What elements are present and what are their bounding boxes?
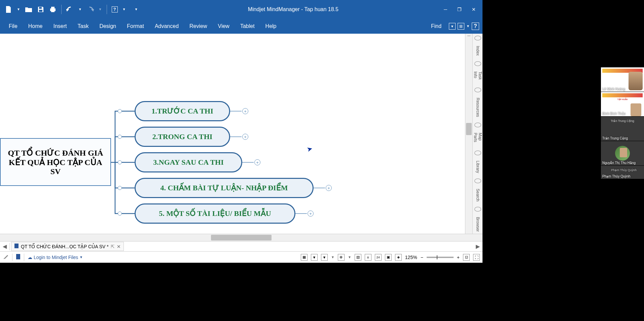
branch-4[interactable]: 4. CHẤM BÀI TỰ LUẬN- NHẬP ĐIỂM bbox=[135, 178, 314, 198]
document-status-icon[interactable] bbox=[16, 254, 21, 261]
participant-tile[interactable]: Trần Trung Cộng Trần Trung Cộng bbox=[601, 117, 644, 141]
qat-customize-icon[interactable]: ▼ bbox=[135, 7, 138, 11]
open-file-icon[interactable] bbox=[25, 6, 32, 13]
dropdown-icon[interactable]: ▼ bbox=[466, 24, 470, 28]
connector-dot[interactable] bbox=[118, 186, 122, 190]
branch-2[interactable]: 2.TRONG CA THI bbox=[135, 127, 230, 147]
panel-browser[interactable]: Browser bbox=[475, 215, 481, 234]
clock-icon[interactable] bbox=[474, 61, 481, 66]
side-panel: Index Task Info Resources Map Parts Libr… bbox=[472, 34, 482, 234]
connector-dot[interactable] bbox=[118, 212, 122, 216]
expand-icon[interactable]: + bbox=[308, 211, 314, 217]
fit-map-icon[interactable]: ⊡ bbox=[463, 254, 470, 261]
dropdown-icon[interactable]: ▼ bbox=[122, 7, 126, 11]
panel-map-parts[interactable]: Map Parts bbox=[472, 131, 483, 147]
branch-5[interactable]: 5. MỘT SỐ TÀI LIỆU/ BIỂU MẪU bbox=[135, 203, 295, 224]
zoom-in-icon[interactable]: + bbox=[457, 255, 460, 260]
menu-view[interactable]: View bbox=[213, 20, 235, 33]
tab-next-icon[interactable]: ▶ bbox=[474, 243, 481, 250]
power-filter-icon[interactable]: ▼ bbox=[321, 254, 328, 261]
print-icon[interactable] bbox=[49, 6, 57, 13]
panel-task-info[interactable]: Task Info bbox=[472, 69, 483, 84]
participant-tile[interactable]: Lê Minh Hoàng bbox=[601, 67, 644, 92]
connector-dot[interactable] bbox=[118, 109, 122, 113]
related-maps-icon[interactable]: ⊞ bbox=[458, 23, 464, 30]
view-slide-icon[interactable]: ▣ bbox=[385, 254, 392, 261]
edit-mode-icon[interactable] bbox=[3, 254, 9, 261]
scrollbar-thumb[interactable] bbox=[466, 123, 472, 135]
menu-file[interactable]: File bbox=[3, 20, 23, 33]
dropdown-icon[interactable]: ▼ bbox=[78, 7, 82, 11]
map-parts-icon[interactable] bbox=[474, 123, 481, 127]
panel-library[interactable]: Library bbox=[475, 159, 481, 175]
view-gantt-icon[interactable]: 24 bbox=[375, 254, 382, 261]
redo-icon[interactable] bbox=[86, 6, 94, 13]
new-file-icon[interactable] bbox=[5, 6, 12, 13]
library-icon[interactable] bbox=[474, 151, 481, 155]
expand-icon[interactable]: + bbox=[242, 134, 248, 140]
tab-overflow-icon[interactable]: ⇱ bbox=[111, 244, 115, 249]
undo-icon[interactable] bbox=[66, 6, 74, 13]
filter-icon[interactable]: ▼ bbox=[311, 254, 318, 261]
view-outline-icon[interactable]: ≡ bbox=[365, 254, 371, 261]
help-icon[interactable]: ? bbox=[472, 23, 479, 30]
person-icon[interactable] bbox=[474, 88, 481, 92]
close-tab-icon[interactable]: ✕ bbox=[117, 244, 121, 249]
dropdown-icon[interactable]: ▼ bbox=[17, 7, 20, 11]
document-tab[interactable]: QT TỔ CHỨC ĐÁNH...ỌC TẬP CỦA SV * ⇱ ✕ bbox=[11, 242, 124, 251]
horizontal-scrollbar[interactable] bbox=[0, 234, 482, 241]
canvas[interactable]: QT TỔ CHỨC ĐÁNH GIÁ KẾT QUẢ HỌC TẬP CỦA … bbox=[0, 34, 465, 234]
index-icon[interactable] bbox=[474, 36, 481, 40]
close-icon[interactable]: ✕ bbox=[472, 7, 476, 12]
tab-prev-icon[interactable]: ◀ bbox=[1, 243, 8, 250]
menu-review[interactable]: Review bbox=[184, 20, 212, 33]
panel-resources[interactable]: Resources bbox=[475, 96, 481, 119]
central-topic[interactable]: QT TỔ CHỨC ĐÁNH GIÁ KẾT QUẢ HỌC TẬP CỦA … bbox=[0, 138, 111, 186]
cloud-icon: ☁ bbox=[28, 255, 32, 260]
participant-name: Lê Minh Hoàng bbox=[602, 87, 625, 91]
expand-icon[interactable]: + bbox=[326, 185, 332, 191]
menu-tablet[interactable]: Tablet bbox=[235, 20, 260, 33]
expand-icon[interactable]: + bbox=[254, 159, 260, 165]
participant-tile[interactable]: Phạm Thúy Quỳnh Phạm Thúy Quỳnh bbox=[601, 166, 644, 179]
browser-icon[interactable] bbox=[474, 207, 481, 212]
menu-help[interactable]: Help bbox=[260, 20, 282, 33]
ribbon-toggle-icon[interactable]: ▾ bbox=[449, 23, 456, 30]
titlebar: ▼ ▼ ▼ ? ▼ ▼ Mindjet MindManager bbox=[0, 0, 482, 19]
vertical-scrollbar[interactable] bbox=[465, 34, 472, 234]
login-link[interactable]: ☁ Login to Mindjet Files ▼ bbox=[28, 255, 83, 260]
participant-name: Trần Trung Cộng bbox=[602, 136, 628, 140]
zoom-slider[interactable] bbox=[427, 257, 454, 258]
help-dropdown-icon[interactable]: ? bbox=[112, 6, 118, 12]
menu-find[interactable]: Find bbox=[426, 20, 447, 33]
menu-task[interactable]: Task bbox=[72, 20, 94, 33]
participant-tile[interactable]: Nguyễn Thị Thu Hằng bbox=[601, 141, 644, 166]
view-mode-icon[interactable]: ▦ bbox=[301, 254, 308, 261]
connector-dot[interactable] bbox=[118, 135, 122, 139]
restore-icon[interactable]: ❐ bbox=[457, 7, 462, 12]
panel-search[interactable]: Search bbox=[475, 187, 481, 203]
expand-icon[interactable]: + bbox=[242, 108, 248, 114]
view-map-icon[interactable]: ▧ bbox=[355, 254, 361, 261]
connector-dot[interactable] bbox=[118, 160, 122, 164]
dropdown-icon[interactable]: ▼ bbox=[99, 7, 102, 11]
menu-advanced[interactable]: Advanced bbox=[149, 20, 184, 33]
menu-format[interactable]: Format bbox=[121, 20, 149, 33]
search-icon[interactable] bbox=[474, 179, 481, 183]
view-tag-icon[interactable]: ◈ bbox=[395, 254, 402, 261]
panel-index[interactable]: Index bbox=[475, 44, 481, 58]
zoom-level[interactable]: 125% bbox=[405, 255, 417, 260]
menu-design[interactable]: Design bbox=[94, 20, 121, 33]
branch-1[interactable]: 1.TRƯỚC CA THI bbox=[135, 101, 230, 121]
zoom-add-icon[interactable]: ⊕ bbox=[338, 254, 345, 261]
branch-3[interactable]: 3.NGAY SAU CA THI bbox=[135, 152, 242, 172]
window-title: Mindjet MindManager - Tap huan 18.5 bbox=[143, 6, 444, 12]
participant-tile[interactable]: TẬP HUẤN Đinh Bích Thảo bbox=[601, 92, 644, 117]
menu-home[interactable]: Home bbox=[23, 20, 48, 33]
scrollbar-thumb[interactable] bbox=[211, 235, 272, 240]
fullscreen-icon[interactable]: ⛶ bbox=[473, 254, 480, 261]
save-icon[interactable] bbox=[37, 6, 44, 13]
menu-insert[interactable]: Insert bbox=[48, 20, 72, 33]
zoom-out-icon[interactable]: − bbox=[421, 255, 423, 260]
minimize-icon[interactable]: ─ bbox=[444, 7, 447, 12]
